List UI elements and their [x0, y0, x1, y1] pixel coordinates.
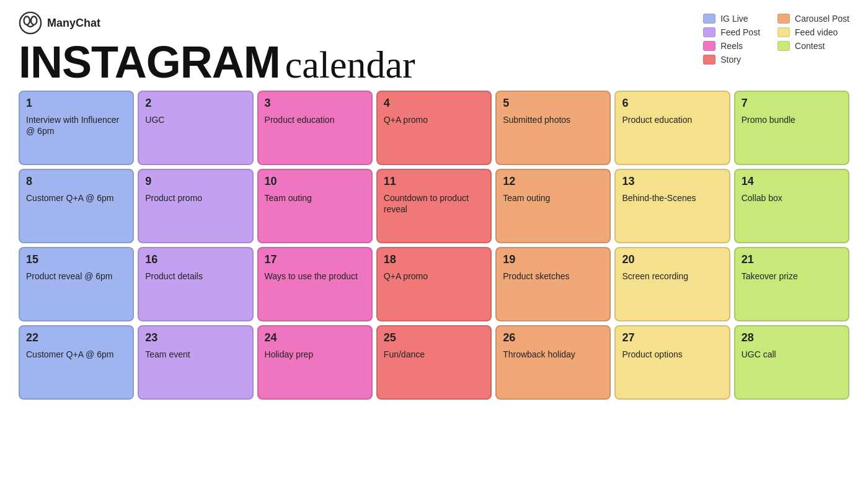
legend-dot-carousel-post: [777, 14, 790, 24]
cell-number-15: 15: [26, 253, 126, 267]
cell-text-19: Product sketches: [503, 271, 603, 282]
calendar-cell-22: 22 Customer Q+A @ 6pm: [19, 325, 134, 400]
cell-text-11: Countdown to product reveal: [384, 192, 484, 215]
cell-text-16: Product details: [145, 271, 246, 282]
calendar-cell-14: 14 Collab box: [734, 169, 849, 243]
cell-number-25: 25: [384, 331, 484, 345]
legend-label-contest: Contest: [795, 41, 825, 51]
cell-text-8: Customer Q+A @ 6pm: [26, 192, 126, 204]
cell-number-11: 11: [384, 175, 484, 189]
legend-item-carousel-post: Carousel Post: [777, 14, 849, 24]
manychat-logo-icon: [19, 11, 42, 35]
logo-row: ManyChat: [19, 11, 100, 35]
cell-number-21: 21: [742, 253, 842, 267]
cell-number-8: 8: [26, 175, 126, 189]
calendar-cell-25: 25 Fun/dance: [376, 325, 492, 400]
title-calendar: calendar: [285, 45, 415, 84]
calendar-cell-18: 18 Q+A promo: [376, 247, 492, 321]
calendar-cell-5: 5 Submitted photos: [495, 91, 611, 165]
calendar-cell-3: 3 Product education: [257, 91, 373, 165]
cell-number-18: 18: [384, 253, 484, 267]
cell-number-26: 26: [503, 331, 603, 345]
legend-item-contest: Contest: [777, 41, 849, 51]
calendar-grid: 1 Interview with Influencer @ 6pm 2 UGC …: [19, 91, 849, 400]
legend-dot-reels: [703, 41, 715, 51]
legend-dot-story: [703, 55, 715, 65]
cell-text-9: Product promo: [145, 192, 246, 204]
cell-text-15: Product reveal @ 6pm: [26, 271, 126, 282]
cell-number-14: 14: [742, 175, 842, 189]
cell-number-6: 6: [622, 97, 722, 110]
cell-text-6: Product education: [622, 114, 722, 125]
cell-number-24: 24: [265, 331, 365, 345]
cell-text-14: Collab box: [742, 192, 842, 204]
svg-point-1: [24, 17, 30, 25]
cell-number-10: 10: [265, 175, 365, 189]
brand-name: ManyChat: [47, 17, 100, 30]
calendar-cell-28: 28 UGC call: [734, 325, 849, 400]
cell-number-2: 2: [145, 97, 246, 110]
legend-label-carousel-post: Carousel Post: [795, 14, 849, 24]
calendar-cell-24: 24 Holiday prep: [257, 325, 373, 400]
legend: IG Live Carousel Post Feed Post Feed vid…: [703, 11, 849, 65]
title-row: INSTAGRAM calendar: [19, 40, 415, 84]
calendar-container: 1 Interview with Influencer @ 6pm 2 UGC …: [0, 91, 868, 412]
header: ManyChat INSTAGRAM calendar IG Live Caro…: [0, 0, 868, 91]
cell-number-17: 17: [265, 253, 365, 267]
calendar-cell-9: 9 Product promo: [138, 169, 253, 243]
logo-area: ManyChat INSTAGRAM calendar: [19, 11, 415, 84]
cell-number-16: 16: [145, 253, 246, 267]
legend-item-ig-live: IG Live: [703, 14, 760, 24]
cell-text-28: UGC call: [742, 349, 842, 360]
cell-text-3: Product education: [265, 114, 365, 125]
calendar-cell-12: 12 Team outing: [495, 169, 611, 243]
calendar-cell-21: 21 Takeover prize: [734, 247, 849, 321]
calendar-cell-23: 23 Team event: [138, 325, 253, 400]
legend-item-feed-video: Feed video: [777, 27, 849, 37]
cell-text-17: Ways to use the product: [265, 271, 365, 282]
cell-text-21: Takeover prize: [742, 271, 842, 282]
calendar-cell-6: 6 Product education: [614, 91, 730, 165]
cell-number-28: 28: [742, 331, 842, 345]
cell-number-20: 20: [622, 253, 722, 267]
calendar-cell-17: 17 Ways to use the product: [257, 247, 373, 321]
legend-dot-feed-post: [703, 27, 715, 37]
cell-text-26: Throwback holiday: [503, 349, 603, 360]
legend-item-reels: Reels: [703, 41, 760, 51]
cell-number-27: 27: [622, 331, 722, 345]
calendar-cell-16: 16 Product details: [138, 247, 253, 321]
calendar-cell-1: 1 Interview with Influencer @ 6pm: [19, 91, 134, 165]
cell-number-9: 9: [145, 175, 246, 189]
title-instagram: INSTAGRAM: [19, 40, 280, 84]
calendar-cell-2: 2 UGC: [138, 91, 253, 165]
cell-number-12: 12: [503, 175, 603, 189]
calendar-cell-19: 19 Product sketches: [495, 247, 611, 321]
calendar-cell-13: 13 Behind-the-Scenes: [614, 169, 730, 243]
legend-label-feed-post: Feed Post: [720, 27, 760, 37]
calendar-cell-4: 4 Q+A promo: [376, 91, 492, 165]
cell-text-24: Holiday prep: [265, 349, 365, 360]
calendar-cell-8: 8 Customer Q+A @ 6pm: [19, 169, 134, 243]
svg-point-2: [31, 17, 37, 25]
cell-number-19: 19: [503, 253, 603, 267]
cell-text-27: Product options: [622, 349, 722, 360]
cell-text-22: Customer Q+A @ 6pm: [26, 349, 126, 360]
calendar-cell-10: 10 Team outing: [257, 169, 373, 243]
cell-text-25: Fun/dance: [384, 349, 484, 360]
cell-number-3: 3: [265, 97, 365, 110]
legend-label-reels: Reels: [720, 41, 743, 51]
cell-text-10: Team outing: [265, 192, 365, 204]
cell-text-18: Q+A promo: [384, 271, 484, 282]
calendar-cell-26: 26 Throwback holiday: [495, 325, 611, 400]
legend-item-story: Story: [703, 55, 760, 65]
legend-dot-contest: [777, 41, 790, 51]
cell-number-1: 1: [26, 97, 126, 110]
legend-dot-feed-video: [777, 27, 790, 37]
legend-label-feed-video: Feed video: [795, 27, 838, 37]
cell-text-4: Q+A promo: [384, 114, 484, 125]
cell-text-23: Team event: [145, 349, 246, 360]
calendar-cell-11: 11 Countdown to product reveal: [376, 169, 492, 243]
cell-number-23: 23: [145, 331, 246, 345]
calendar-cell-27: 27 Product options: [614, 325, 730, 400]
cell-text-5: Submitted photos: [503, 114, 603, 125]
